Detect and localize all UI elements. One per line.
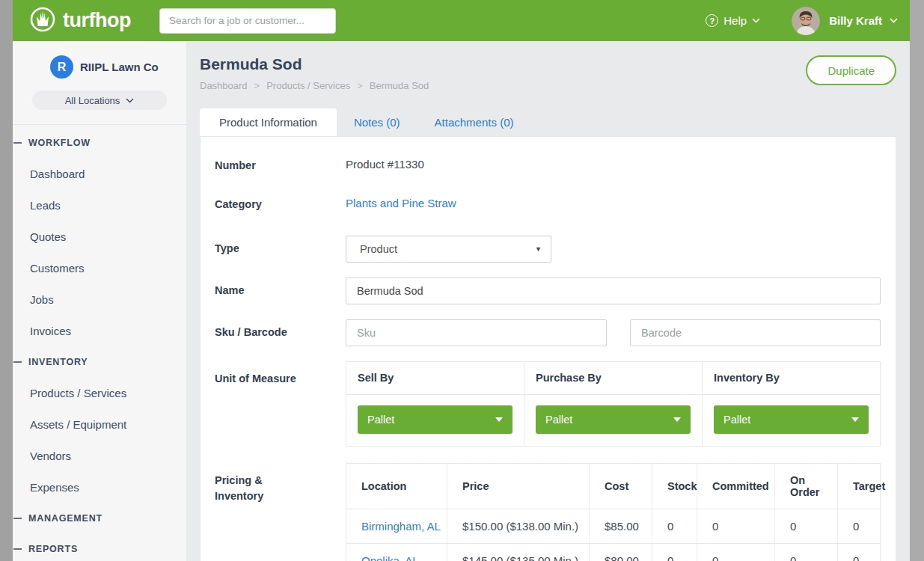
- sku-barcode-label: Sku / Barcode: [215, 325, 346, 341]
- sidebar-item-invoices[interactable]: Invoices: [13, 315, 186, 346]
- nav-section-inventory[interactable]: INVENTORY: [13, 346, 186, 377]
- sell-by-header: Sell By: [346, 362, 524, 395]
- global-search-input[interactable]: [159, 8, 336, 34]
- form-row-pricing-inventory: Pricing & Inventory Location Price Cost …: [215, 463, 881, 561]
- user-avatar[interactable]: [792, 7, 820, 35]
- sidebar-item-quotes[interactable]: Quotes: [13, 221, 186, 252]
- purchase-by-header: Purchase By: [524, 362, 702, 395]
- breadcrumb-separator: >: [254, 80, 260, 91]
- col-committed: Committed: [697, 463, 775, 509]
- pricing-inventory-table: Location Price Cost Stock Committed On O…: [346, 463, 881, 561]
- sidebar-item-vendors[interactable]: Vendors: [13, 440, 186, 471]
- type-label: Type: [215, 241, 346, 257]
- product-information-panel: Number Product #11330 Category Plants an…: [200, 136, 896, 561]
- sidebar-item-leads[interactable]: Leads: [13, 189, 186, 221]
- sku-input[interactable]: [346, 319, 607, 346]
- app-window: turfhop ? Help: [13, 0, 910, 561]
- purchase-by-select[interactable]: Pallet: [536, 405, 691, 434]
- nav-section-management[interactable]: MANAGEMENT: [13, 503, 186, 533]
- location-filter-dropdown[interactable]: All Locations: [32, 91, 167, 110]
- dropdown-caret-icon: [673, 417, 681, 422]
- page-header: Bermuda Sod Dashboard > Products / Servi…: [200, 41, 896, 91]
- section-dash-icon: [13, 518, 22, 519]
- section-dash-icon: [13, 142, 22, 144]
- col-stock: Stock: [652, 463, 697, 509]
- help-label: Help: [723, 14, 747, 27]
- type-select[interactable]: Product ▼: [346, 236, 551, 263]
- dropdown-caret-icon: [851, 417, 859, 422]
- col-price: Price: [447, 463, 590, 509]
- sidebar-item-expenses[interactable]: Expenses: [13, 471, 186, 503]
- sidebar-item-dashboard[interactable]: Dashboard: [13, 158, 186, 189]
- dropdown-caret-icon: [495, 417, 503, 422]
- breadcrumb-current: Bermuda Sod: [370, 80, 429, 91]
- sidebar: R RIIPL Lawn Co All Locations WORKFLOW D…: [13, 41, 186, 561]
- barcode-input[interactable]: [630, 319, 881, 346]
- duplicate-button[interactable]: Duplicate: [806, 55, 896, 85]
- name-input[interactable]: [346, 278, 881, 304]
- col-on-order: On Order: [775, 463, 838, 509]
- type-select-value: Product: [360, 243, 397, 255]
- chevron-down-icon: [126, 98, 134, 103]
- stock-cell: 0: [652, 543, 697, 561]
- table-row-opelika: Opelika, AL $145.00 ($135.00 Min.) $80.0…: [346, 543, 881, 561]
- help-menu[interactable]: ? Help: [706, 14, 760, 27]
- inventory-by-header: Inventory By: [703, 362, 880, 395]
- form-row-name: Name: [215, 278, 881, 304]
- turfhop-grass-icon: [29, 6, 56, 36]
- cost-cell: $85.00: [590, 509, 652, 543]
- inventory-by-select[interactable]: Pallet: [714, 405, 869, 434]
- target-cell: 0: [838, 509, 881, 543]
- breadcrumb-dashboard[interactable]: Dashboard: [200, 80, 248, 91]
- section-dash-icon: [13, 361, 22, 363]
- number-value: Product #11330: [346, 158, 881, 174]
- form-row-category: Category Plants and Pine Straw: [215, 197, 881, 213]
- stock-cell: 0: [652, 509, 697, 543]
- form-row-number: Number Product #11330: [215, 158, 881, 174]
- sidebar-item-products-services[interactable]: Products / Services: [13, 377, 186, 408]
- target-cell: 0: [838, 543, 881, 561]
- sell-by-select[interactable]: Pallet: [358, 405, 513, 434]
- main-content: Bermuda Sod Dashboard > Products / Servi…: [186, 41, 910, 561]
- form-row-sku-barcode: Sku / Barcode: [215, 319, 881, 346]
- chevron-down-icon: [752, 18, 760, 23]
- pricing-table-header-row: Location Price Cost Stock Committed On O…: [346, 463, 881, 509]
- scrollbar-right[interactable]: [910, 0, 924, 561]
- nav-section-reports[interactable]: REPORTS: [13, 533, 186, 561]
- category-link[interactable]: Plants and Pine Straw: [346, 197, 881, 213]
- tab-bar: Product Information Notes (0) Attachment…: [200, 108, 896, 136]
- sidebar-nav: WORKFLOW Dashboard Leads Quotes Customer…: [13, 125, 186, 561]
- col-cost: Cost: [590, 463, 652, 509]
- committed-cell: 0: [697, 543, 775, 561]
- nav-section-workflow[interactable]: WORKFLOW: [13, 127, 186, 158]
- table-row-birmingham: Birmingham, AL $150.00 ($138.00 Min.) $8…: [346, 509, 881, 543]
- location-filter-label: All Locations: [65, 95, 120, 106]
- pricing-inventory-label: Pricing & Inventory: [215, 463, 297, 506]
- user-chevron-down-icon[interactable]: [890, 18, 898, 23]
- brand-name: turfhop: [63, 9, 131, 32]
- company-header: R RIIPL Lawn Co: [13, 41, 186, 79]
- location-link[interactable]: Birmingham, AL: [346, 509, 447, 543]
- sidebar-item-customers[interactable]: Customers: [13, 252, 186, 283]
- price-cell: $150.00 ($138.00 Min.): [447, 509, 590, 543]
- number-label: Number: [215, 158, 346, 174]
- tab-product-information[interactable]: Product Information: [200, 108, 337, 136]
- section-dash-icon: [13, 548, 22, 550]
- help-question-icon: ?: [706, 14, 718, 27]
- col-location: Location: [346, 463, 447, 509]
- sidebar-item-assets-equipment[interactable]: Assets / Equipment: [13, 408, 186, 440]
- sidebar-item-jobs[interactable]: Jobs: [13, 283, 186, 315]
- breadcrumb-products-services[interactable]: Products / Services: [266, 80, 350, 91]
- col-target: Target: [838, 463, 881, 509]
- user-name[interactable]: Billy Kraft: [829, 14, 882, 27]
- breadcrumb: Dashboard > Products / Services > Bermud…: [200, 80, 896, 91]
- cost-cell: $80.00: [590, 543, 652, 561]
- top-navbar: turfhop ? Help: [13, 0, 910, 41]
- location-link[interactable]: Opelika, AL: [346, 543, 447, 561]
- category-label: Category: [215, 197, 346, 213]
- tab-notes[interactable]: Notes (0): [337, 108, 417, 136]
- form-row-type: Type Product ▼: [215, 236, 881, 263]
- company-name: RIIPL Lawn Co: [80, 61, 159, 73]
- tab-attachments[interactable]: Attachments (0): [417, 108, 531, 136]
- brand-logo[interactable]: turfhop: [29, 6, 131, 36]
